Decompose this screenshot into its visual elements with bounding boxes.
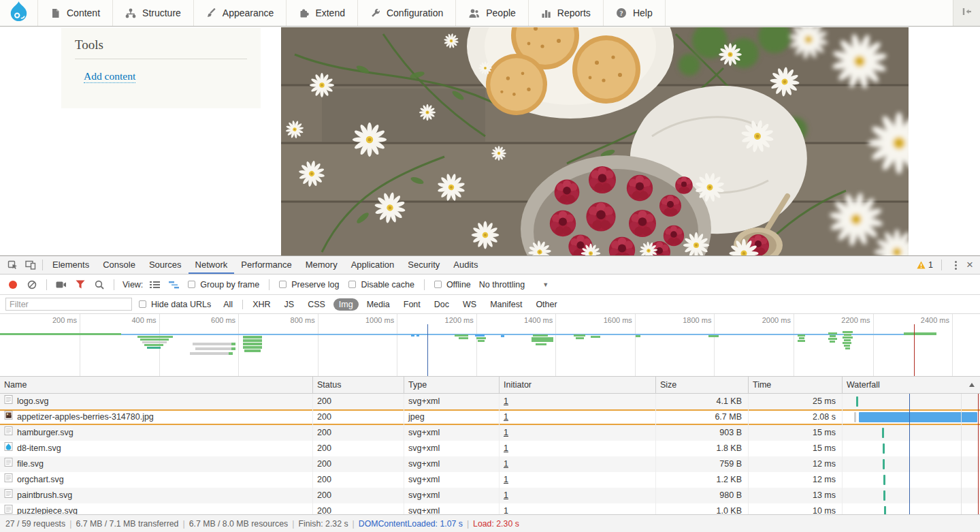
- checkbox[interactable]: [434, 281, 442, 288]
- timeline-gridline: [635, 314, 636, 376]
- filter-pill-font[interactable]: Font: [398, 298, 426, 311]
- filter-pill-js[interactable]: JS: [279, 298, 300, 311]
- checkbox[interactable]: [348, 281, 356, 288]
- clear-button[interactable]: [24, 277, 39, 292]
- overview-bar: [478, 340, 485, 342]
- tab-application[interactable]: Application: [344, 256, 402, 274]
- request-name: hamburger.svg: [17, 425, 74, 441]
- tab-network[interactable]: Network: [189, 256, 235, 274]
- toolbar-orientation-toggle[interactable]: [953, 0, 980, 26]
- device-toolbar-button[interactable]: [22, 256, 39, 274]
- request-name: orgchart.svg: [17, 472, 64, 488]
- column-header-waterfall[interactable]: Waterfall: [843, 377, 980, 393]
- toolbar-item-reports[interactable]: Reports: [529, 0, 604, 26]
- drupal-home-button[interactable]: [0, 0, 38, 26]
- toolbar-item-extend[interactable]: Extend: [287, 0, 358, 26]
- toolbar-item-configuration[interactable]: Configuration: [358, 0, 456, 26]
- initiator-link[interactable]: 1: [504, 428, 508, 437]
- group-by-frame-checkbox[interactable]: Group by frame: [188, 280, 259, 290]
- initiator-link[interactable]: 1: [504, 412, 508, 422]
- table-row[interactable]: d8-item.svg200svg+xml11.8 KB15 ms: [0, 441, 980, 456]
- filter-pill-doc[interactable]: Doc: [429, 298, 455, 311]
- summary-stat: 6.7 MB / 7.1 MB transferred: [76, 519, 178, 529]
- filter-pill-xhr[interactable]: XHR: [247, 298, 276, 311]
- network-overview[interactable]: 200 ms400 ms600 ms800 ms1000 ms1200 ms14…: [0, 314, 980, 377]
- table-row[interactable]: paintbrush.svg200svg+xml1980 B13 ms: [0, 488, 980, 503]
- divider: [269, 279, 270, 290]
- tab-memory[interactable]: Memory: [299, 256, 344, 274]
- toolbar-item-appearance[interactable]: Appearance: [194, 0, 287, 26]
- screenshot-capture-button[interactable]: [54, 277, 69, 292]
- summary-stat: 6.7 MB / 8.0 MB resources: [189, 519, 289, 529]
- table-row[interactable]: appetizer-apples-berries-314780.jpg200jp…: [0, 409, 980, 425]
- initiator-link[interactable]: 1: [504, 443, 508, 453]
- offline-checkbox[interactable]: Offline: [434, 280, 471, 290]
- view-list-button[interactable]: [147, 277, 162, 292]
- request-waterfall-cell: [843, 441, 980, 456]
- initiator-link[interactable]: 1: [504, 475, 508, 484]
- filter-pill-all[interactable]: All: [218, 298, 238, 311]
- view-waterfall-button[interactable]: [166, 277, 181, 292]
- tab-elements[interactable]: Elements: [46, 256, 96, 274]
- table-row[interactable]: puzzlepiece.svg200svg+xml11.0 KB10 ms: [0, 503, 980, 514]
- column-header-name[interactable]: Name: [0, 377, 313, 393]
- request-status-cell: 200: [313, 456, 404, 472]
- preserve-log-checkbox[interactable]: Preserve log: [279, 280, 339, 290]
- devtools-menu-button[interactable]: [950, 260, 961, 270]
- overview-bar: [243, 343, 262, 345]
- console-warnings-badge[interactable]: 1: [917, 260, 933, 270]
- column-header-size[interactable]: Size: [656, 377, 749, 393]
- hide-data-urls-checkbox[interactable]: Hide data URLs: [139, 300, 211, 309]
- devtools-close-button[interactable]: ×: [966, 260, 973, 270]
- checkbox[interactable]: [188, 281, 195, 288]
- add-content-link[interactable]: Add content: [84, 70, 135, 83]
- tab-audits[interactable]: Audits: [446, 256, 485, 274]
- overview-bar: [536, 343, 546, 345]
- timeline-tick-label: 400 ms: [105, 316, 157, 325]
- filter-pill-media[interactable]: Media: [361, 298, 395, 311]
- filter-pill-other[interactable]: Other: [530, 298, 562, 311]
- record-button[interactable]: [5, 277, 20, 292]
- initiator-link[interactable]: 1: [504, 396, 508, 406]
- initiator-link[interactable]: 1: [504, 459, 508, 469]
- disable-cache-checkbox[interactable]: Disable cache: [348, 280, 414, 290]
- overview-bar: [501, 335, 504, 337]
- table-row[interactable]: hamburger.svg200svg+xml1903 B15 ms: [0, 425, 980, 441]
- filter-pill-img[interactable]: Img: [333, 298, 359, 311]
- tab-console[interactable]: Console: [96, 256, 142, 274]
- toolbar-item-help[interactable]: ?Help: [604, 0, 666, 26]
- overview-bar: [533, 334, 548, 337]
- filter-pill-ws[interactable]: WS: [457, 298, 482, 311]
- tab-sources[interactable]: Sources: [142, 256, 189, 274]
- checkbox[interactable]: [139, 300, 146, 308]
- table-row[interactable]: logo.svg200svg+xml14.1 KB25 ms: [0, 394, 980, 409]
- inspect-element-button[interactable]: [4, 256, 22, 274]
- column-header-type[interactable]: Type: [404, 377, 500, 393]
- checkbox[interactable]: [279, 281, 287, 288]
- column-header-time[interactable]: Time: [749, 377, 843, 393]
- tab-security[interactable]: Security: [401, 256, 446, 274]
- table-row[interactable]: file.svg200svg+xml1759 B12 ms: [0, 456, 980, 472]
- column-header-initiator[interactable]: Initiator: [500, 377, 656, 393]
- filter-pill-manifest[interactable]: Manifest: [485, 298, 527, 311]
- toolbar-item-people[interactable]: People: [456, 0, 529, 26]
- network-filter-bar: Hide data URLs AllXHRJSCSSImgMediaFontDo…: [0, 295, 980, 314]
- search-button[interactable]: [92, 277, 107, 292]
- request-type-cell: svg+xml: [404, 488, 500, 503]
- tab-performance[interactable]: Performance: [234, 256, 298, 274]
- initiator-link[interactable]: 1: [504, 506, 508, 514]
- network-summary-bar: 27 / 59 requests|6.7 MB / 7.1 MB transfe…: [0, 514, 980, 532]
- column-header-status[interactable]: Status: [313, 377, 404, 393]
- waterfall-bar: [883, 475, 885, 485]
- throttling-select[interactable]: No throttling ▼: [478, 280, 549, 290]
- filter-toggle-button[interactable]: [73, 277, 88, 292]
- toolbar-item-content[interactable]: Content: [38, 0, 113, 26]
- toolbar-orientation-icon: [962, 6, 973, 20]
- filter-input[interactable]: [5, 298, 132, 311]
- initiator-link[interactable]: 1: [504, 490, 508, 500]
- overview-bar: [231, 347, 235, 350]
- toolbar-item-structure[interactable]: Structure: [113, 0, 194, 26]
- divider: |: [353, 519, 355, 529]
- table-row[interactable]: orgchart.svg200svg+xml11.2 KB12 ms: [0, 472, 980, 488]
- filter-pill-css[interactable]: CSS: [302, 298, 331, 311]
